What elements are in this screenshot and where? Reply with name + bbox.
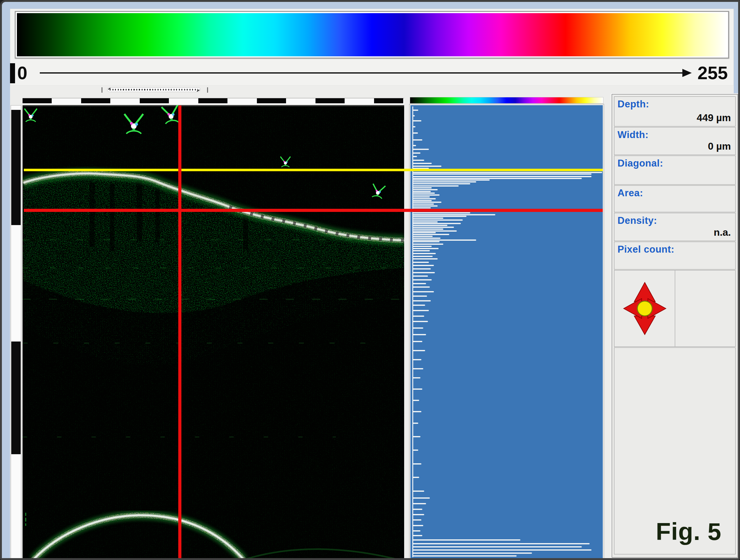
histogram-bar [412, 236, 433, 237]
colorbar-frame [15, 11, 729, 59]
histogram-bar [412, 172, 602, 173]
field-width: Width: 0 µm [614, 127, 736, 155]
histogram-bar [412, 423, 418, 424]
histogram-bar [412, 525, 423, 526]
checkered-scale-ruler [22, 98, 404, 104]
red-vertical-measure-line[interactable] [178, 106, 181, 560]
histogram-bar [412, 149, 429, 150]
sidebar-empty-cell [675, 270, 736, 347]
histogram-bar [412, 256, 433, 257]
histogram-bar [412, 221, 438, 223]
histogram-bar [412, 165, 442, 167]
histogram-bar [412, 555, 517, 557]
histogram-bar [412, 291, 434, 292]
histogram-bar [412, 205, 438, 207]
field-width-value: 0 µm [708, 140, 731, 152]
histogram-bar [412, 200, 432, 201]
histogram-bar [412, 503, 426, 504]
histogram-bar [412, 207, 431, 209]
histogram-bar [412, 227, 454, 228]
histogram-bar [412, 204, 434, 205]
histogram-bar [412, 187, 432, 189]
histogram-bar [412, 321, 428, 322]
histogram-bar [412, 262, 429, 263]
histogram-bar [412, 283, 426, 284]
navigation-pad-render [614, 270, 675, 346]
histogram-bar [412, 189, 438, 190]
ruler-black-segment [11, 110, 21, 225]
histogram-bar [412, 553, 532, 554]
field-pixel-count: Pixel count: [614, 242, 736, 269]
histogram-bar [412, 436, 421, 437]
histogram-bar [412, 174, 591, 175]
histogram-bar [412, 185, 459, 187]
measurement-sidebar: Depth: 449 µm Width: 0 µm Diagonal: Area… [612, 94, 738, 558]
histogram-bar [412, 388, 422, 390]
field-pixel-count-label: Pixel count: [618, 244, 674, 255]
field-diagonal-label: Diagonal: [618, 158, 663, 169]
ruler-black-segment [11, 341, 21, 454]
field-width-label: Width: [618, 129, 649, 140]
field-area-label: Area: [618, 188, 643, 199]
histogram-bar [412, 368, 423, 369]
nav-down-arrow[interactable] [634, 316, 655, 334]
histogram-bar [412, 543, 589, 544]
histogram-panel [409, 104, 604, 560]
field-depth-value: 449 µm [697, 112, 731, 124]
left-mini-scrollbar[interactable] [10, 63, 15, 83]
histogram-bar [412, 163, 432, 164]
histogram-bar [412, 243, 443, 245]
histogram-bar [412, 219, 463, 221]
nav-center-button[interactable] [637, 301, 652, 316]
histogram-bar [412, 272, 435, 273]
nav-up-arrow[interactable] [634, 283, 655, 302]
histogram-bar [412, 212, 470, 214]
field-density-label: Density: [618, 215, 657, 226]
yellow-measure-line[interactable] [24, 169, 603, 171]
colorbar-scale-row: 0 255 [17, 62, 728, 84]
histogram-bar [412, 110, 418, 111]
histogram-bar [412, 178, 582, 179]
histogram-bar [412, 225, 447, 226]
histogram-bar [412, 497, 430, 498]
histogram-bar [412, 530, 421, 532]
histogram-bar [412, 535, 422, 536]
histogram-bar [412, 477, 419, 478]
red-horizontal-measure-line[interactable] [24, 209, 603, 212]
histogram-bar [412, 341, 422, 342]
histogram-bar [412, 181, 476, 183]
histogram-bar [412, 230, 457, 232]
histogram-bar [412, 239, 476, 241]
histogram-bar [412, 300, 431, 302]
histogram-bar [412, 139, 422, 140]
histogram-bar [412, 377, 421, 378]
histogram-bar [412, 232, 436, 233]
histogram-bar [412, 126, 415, 127]
histogram-bar [412, 463, 422, 464]
histogram-bar [412, 334, 426, 335]
histogram-bar [412, 132, 418, 134]
histogram-bar [412, 216, 466, 217]
histogram-bar [412, 152, 421, 154]
histogram-bar [412, 202, 442, 203]
histogram-bar [412, 305, 425, 306]
histogram-bar [412, 539, 521, 541]
histogram-bar [412, 191, 431, 192]
slider-dots [110, 89, 198, 91]
histogram-bar [412, 287, 430, 288]
oct-bscan-image[interactable] [22, 105, 404, 560]
slider-track[interactable] [107, 87, 200, 92]
histogram-bar [412, 115, 415, 116]
histogram-bar [412, 198, 436, 199]
histogram-bar [412, 214, 495, 215]
histogram-bar [412, 223, 461, 224]
histogram-bar [412, 316, 424, 317]
histogram-bar [412, 265, 434, 266]
histogram-bar [412, 228, 443, 230]
horizontal-dotted-slider[interactable] [101, 86, 208, 95]
colorbar-arrow [40, 72, 683, 74]
field-depth-label: Depth: [618, 99, 649, 110]
histogram-bar [412, 350, 425, 351]
histogram-plot-area [410, 105, 603, 558]
colorbar-max-label: 255 [698, 64, 728, 82]
